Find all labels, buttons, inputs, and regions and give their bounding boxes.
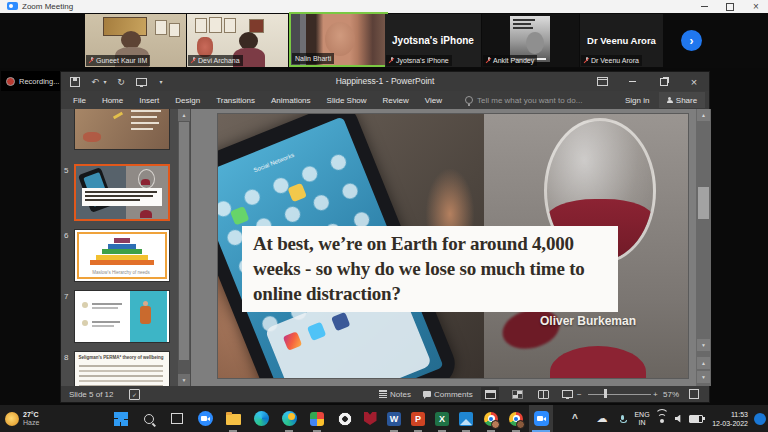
- notes-button[interactable]: Notes: [379, 386, 411, 402]
- headline-textbox[interactable]: At best, we’re on Earth for around 4,000…: [242, 226, 618, 312]
- tab-file[interactable]: File: [65, 96, 94, 105]
- start-slideshow-button[interactable]: [133, 75, 149, 88]
- participant-tile[interactable]: Devi Archana: [187, 14, 288, 67]
- normal-view-button[interactable]: [481, 387, 499, 401]
- save-button[interactable]: [67, 75, 83, 88]
- scroll-down-button[interactable]: ▼: [178, 374, 190, 386]
- ribbon-display-options-button[interactable]: [589, 72, 615, 91]
- tell-me-box[interactable]: Tell me what you want to do...: [465, 91, 582, 109]
- search-button[interactable]: [137, 405, 161, 432]
- antivirus-app-button[interactable]: [358, 405, 382, 432]
- ppt-close-button[interactable]: ×: [681, 72, 707, 91]
- edge-browser-button-2[interactable]: [277, 405, 301, 432]
- participant-tile[interactable]: Guneet Kaur IIM: [85, 14, 186, 67]
- slide-8-thumbnail[interactable]: Seligman's PERMA* theory of wellbeing: [74, 351, 170, 386]
- zoom-in-button[interactable]: +: [653, 386, 658, 402]
- notification-badge-icon: [754, 413, 766, 425]
- excel-button[interactable]: X: [430, 405, 454, 432]
- participant-tile[interactable]: Ankit Pandey: [482, 14, 579, 67]
- ppt-titlebar[interactable]: Happiness-1 - PowerPoint ↶ ▾ ↻ ▾ ×: [61, 72, 709, 91]
- undo-dropdown[interactable]: ▾: [101, 75, 109, 88]
- mic-icon: [620, 415, 625, 423]
- slide-canvas[interactable]: Social Networks: [218, 114, 688, 378]
- windows-taskbar: 27°CHaze W P X ^ ☁ ENGIN 11:53 12-03-2: [0, 405, 768, 432]
- start-button[interactable]: [109, 405, 133, 432]
- slideshow-icon: [562, 390, 573, 398]
- zoom-slider-thumb[interactable]: [604, 389, 607, 398]
- normal-view-icon: [485, 390, 496, 399]
- zoom-out-button[interactable]: −: [577, 386, 582, 402]
- slide-4-thumbnail[interactable]: [74, 109, 170, 150]
- reading-view-button[interactable]: [534, 387, 552, 401]
- participant-face: [325, 22, 355, 56]
- scroll-up-button[interactable]: ▲: [697, 109, 710, 121]
- sign-in-link[interactable]: Sign in: [625, 91, 649, 109]
- share-button[interactable]: Share: [659, 92, 705, 108]
- notes-icon: [379, 390, 387, 399]
- proofing-button[interactable]: ✓: [129, 386, 140, 402]
- scrollbar-thumb[interactable]: [179, 122, 189, 360]
- close-button[interactable]: ×: [744, 0, 768, 13]
- instagram-icon: [283, 331, 303, 351]
- app-grid-button[interactable]: [305, 405, 329, 432]
- weather-widget[interactable]: 27°CHaze: [5, 405, 39, 432]
- powerpoint-button[interactable]: P: [406, 405, 430, 432]
- file-explorer-button[interactable]: [221, 405, 245, 432]
- word-button[interactable]: W: [382, 405, 406, 432]
- chrome-button-2[interactable]: [504, 405, 528, 432]
- ppt-minimize-button[interactable]: [619, 72, 645, 91]
- zoom-app-button-active[interactable]: [529, 405, 553, 432]
- photos-button[interactable]: [454, 405, 478, 432]
- zoom-meeting-window: Zoom Meeting × Guneet Kaur IIM Devi Arch…: [0, 0, 768, 432]
- tab-insert[interactable]: Insert: [131, 96, 167, 105]
- slide-sorter-button[interactable]: [508, 387, 526, 401]
- ppt-restore-button[interactable]: [651, 72, 677, 91]
- zoom-chat-taskbar-button[interactable]: [193, 405, 217, 432]
- ring-app-button[interactable]: [333, 405, 357, 432]
- edge-browser-button[interactable]: [249, 405, 273, 432]
- maximize-button[interactable]: [718, 0, 742, 13]
- next-slide-button[interactable]: ▼: [697, 371, 710, 383]
- show-hidden-icons-button[interactable]: ^: [563, 405, 587, 432]
- edge-icon: [254, 411, 269, 426]
- scroll-down-button[interactable]: ▼: [697, 339, 710, 351]
- minimize-button[interactable]: [692, 0, 716, 13]
- tab-slideshow[interactable]: Slide Show: [319, 96, 375, 105]
- tab-view[interactable]: View: [417, 96, 450, 105]
- slide-6-thumbnail[interactable]: Maslow's Hierarchy of needs: [74, 229, 170, 282]
- tell-me-placeholder: Tell me what you want to do...: [477, 96, 582, 105]
- scroll-up-button[interactable]: ▲: [178, 109, 190, 121]
- participant-tile[interactable]: Dr Veenu Arora Dr Veenu Arora: [580, 14, 663, 67]
- chrome-button[interactable]: [479, 405, 503, 432]
- zoom-percentage[interactable]: 57%: [663, 386, 679, 402]
- action-center-button[interactable]: [748, 405, 768, 432]
- previous-slide-button[interactable]: ▲: [697, 357, 710, 369]
- video-strip: Guneet Kaur IIM Devi Archana Nalin Bhart…: [0, 13, 768, 68]
- previous-slide-icon: ▲: [701, 360, 706, 366]
- next-participants-button[interactable]: ›: [681, 30, 702, 51]
- wall-frame: [209, 17, 222, 33]
- recording-indicator[interactable]: Recording...: [1, 71, 63, 91]
- scrollbar-thumb[interactable]: [698, 187, 709, 219]
- participant-tile-active-speaker[interactable]: Nalin Bharti: [289, 12, 388, 67]
- comments-button[interactable]: Comments: [423, 386, 473, 402]
- tab-design[interactable]: Design: [167, 96, 208, 105]
- redo-button[interactable]: ↻: [113, 75, 129, 88]
- slideshow-view-button[interactable]: [558, 387, 576, 401]
- clock[interactable]: 11:53 12-03-2022: [703, 405, 748, 432]
- slide-area-scrollbar[interactable]: ▲ ▼ ▲ ▼: [696, 109, 711, 386]
- close-icon: ×: [753, 1, 759, 12]
- zoom-slider-track[interactable]: [588, 394, 651, 395]
- participant-tile[interactable]: Jyotsna's iPhone Jyotsna's iPhone: [385, 14, 481, 67]
- chevron-up-icon: ^: [572, 413, 578, 424]
- tab-animations[interactable]: Animations: [263, 96, 319, 105]
- thumbnail-scrollbar[interactable]: ▲ ▼: [178, 109, 190, 386]
- fit-slide-button[interactable]: [689, 386, 699, 402]
- task-view-button[interactable]: [165, 405, 189, 432]
- slide-5-thumbnail-selected[interactable]: [74, 164, 170, 221]
- tab-home[interactable]: Home: [94, 96, 131, 105]
- slide-7-thumbnail[interactable]: [74, 290, 170, 343]
- tab-review[interactable]: Review: [375, 96, 417, 105]
- customize-qat-button[interactable]: ▾: [153, 75, 169, 88]
- tab-transitions[interactable]: Transitions: [208, 96, 263, 105]
